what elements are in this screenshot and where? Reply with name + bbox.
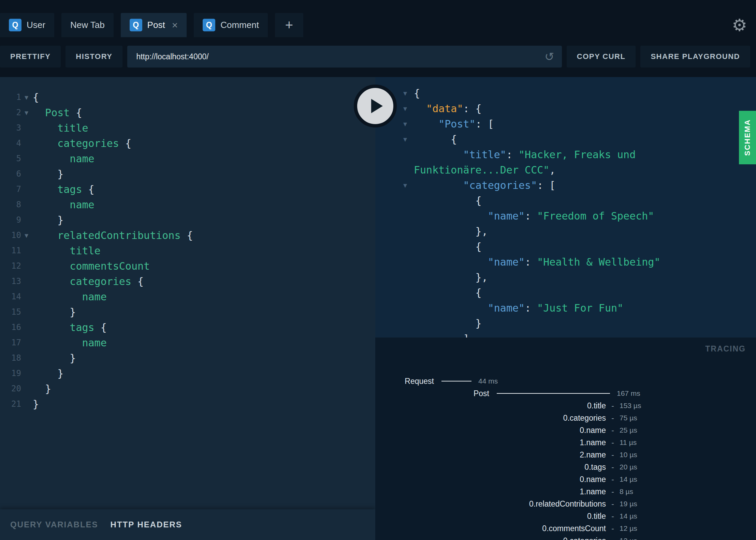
editor-line: 7 tags { [0, 182, 375, 197]
tab-label: Comment [220, 20, 259, 30]
query-editor[interactable]: 1▾{2▾ Post {3 title4 categories {5 name6… [0, 77, 375, 509]
code-text: commentsCount [33, 260, 150, 272]
tracing-row: 0.categories-75 µs [375, 412, 756, 424]
fold-arrow-icon[interactable]: ▾ [25, 105, 28, 120]
editor-line: 8 name [0, 197, 375, 212]
new-tab-button[interactable]: + [275, 13, 303, 37]
schema-tab[interactable]: SCHEMA [739, 111, 756, 164]
response-line: ▾ "categories": [ [375, 178, 756, 193]
response-pane: ▾{▾ "data": {▾ "Post": [▾ { "title": "Ha… [375, 77, 756, 540]
fold-arrow-icon[interactable]: ▾ [403, 178, 407, 193]
tracing-label: 0.categories [563, 414, 606, 423]
tab-label: New Tab [70, 20, 105, 30]
tracing-row: 2.name-10 µs [375, 449, 756, 461]
line-number: 3 [0, 120, 21, 136]
settings-gear-icon[interactable]: ⚙ [732, 13, 747, 37]
line-number: 13 [0, 274, 21, 289]
code-text: tags { [33, 183, 94, 195]
dash-icon: - [606, 463, 620, 472]
tracing-time: 12 µs [620, 524, 657, 532]
tab-user[interactable]: QUser [0, 13, 54, 37]
code-text: title [33, 122, 88, 134]
tab-post[interactable]: QPost× [121, 13, 187, 37]
code-text: } [414, 317, 482, 329]
line-number: 17 [0, 335, 21, 350]
editor-line: 16 tags { [0, 320, 375, 335]
dash-icon: - [606, 450, 620, 460]
tab-new-tab[interactable]: New Tab [61, 13, 114, 37]
tracing-time: 8 µs [620, 487, 657, 496]
code-text: name [33, 153, 94, 165]
code-text: { [414, 87, 420, 99]
line-number: 12 [0, 258, 21, 274]
url-bar: ↺ [127, 46, 562, 68]
query-variables-tab[interactable]: QUERY VARIABLES [10, 520, 98, 529]
fold-arrow-icon[interactable]: ▾ [25, 90, 28, 105]
editor-line: 2▾ Post { [0, 105, 375, 120]
code-text: "categories": [ [414, 179, 555, 191]
code-text: { [33, 91, 39, 103]
tab-label: Post [147, 20, 165, 30]
editor-line: 14 name [0, 289, 375, 304]
code-text: } [33, 168, 63, 180]
code-text: } [33, 214, 63, 226]
editor-line: 15 } [0, 304, 375, 320]
tracing-bar [441, 381, 471, 381]
dash-icon: - [606, 438, 620, 447]
tracing-row: 0.title-153 µs [375, 400, 756, 412]
tracing-time: 12 µs [620, 537, 657, 540]
line-number: 5 [0, 151, 21, 166]
editor-line: 9 } [0, 212, 375, 228]
history-button[interactable]: HISTORY [66, 46, 122, 68]
tracing-label: 0.commentsCount [542, 524, 606, 533]
close-tab-icon[interactable]: × [172, 20, 178, 30]
code-text: "data": { [414, 103, 482, 115]
tracing-time: 10 µs [620, 451, 657, 459]
fold-arrow-icon[interactable]: ▾ [403, 101, 407, 116]
fold-arrow-icon[interactable]: ▾ [403, 132, 407, 147]
url-input[interactable] [127, 46, 562, 68]
code-text: Funktionäre...Der CCC", [414, 164, 555, 176]
editor-line: 6 } [0, 166, 375, 182]
tracing-label: 0.categories [563, 536, 606, 540]
dash-icon: - [606, 512, 620, 521]
tracing-label: 0.name [580, 426, 606, 435]
share-playground-button[interactable]: SHARE PLAYGROUND [640, 46, 750, 68]
editor-line: 18 } [0, 350, 375, 366]
dash-icon: - [606, 426, 620, 435]
http-headers-tab[interactable]: HTTP HEADERS [111, 520, 182, 529]
play-icon [371, 99, 383, 113]
fold-arrow-icon[interactable]: ▾ [25, 228, 28, 243]
dash-icon: - [606, 487, 620, 496]
dash-icon: - [606, 499, 620, 509]
editor-line: 19 } [0, 366, 375, 381]
prettify-button[interactable]: PRETTIFY [0, 46, 61, 68]
code-text: { [414, 241, 482, 253]
code-text: name [33, 199, 94, 211]
tracing-label: 0.tags [584, 463, 606, 472]
reload-icon[interactable]: ↺ [544, 46, 554, 68]
line-number: 18 [0, 350, 21, 366]
editor-line: 5 name [0, 151, 375, 166]
response-line: "name": "Health & Wellbeing" [375, 254, 756, 270]
response-line: "name": "Freedom of Speech" [375, 208, 756, 224]
response-line: }, [375, 270, 756, 285]
tab-bar: QUserNew TabQPost×QComment + [0, 13, 303, 37]
code-text: Post { [33, 107, 82, 119]
response-line: ▾{ [375, 86, 756, 101]
response-line: "name": "Just For Fun" [375, 300, 756, 316]
toolbar: PRETTIFY HISTORY ↺ COPY CURL SHARE PLAYG… [0, 46, 750, 68]
fold-arrow-icon[interactable]: ▾ [403, 116, 407, 132]
tracing-time: 20 µs [620, 463, 657, 471]
tracing-row: 0.categories-12 µs [375, 535, 756, 540]
fold-arrow-icon[interactable]: ▾ [403, 86, 407, 101]
response-line: ▾ "Post": [ [375, 116, 756, 132]
tracing-title: TRACING [705, 344, 746, 354]
tab-comment[interactable]: QComment [194, 13, 268, 37]
main-area: 1▾{2▾ Post {3 title4 categories {5 name6… [0, 77, 756, 540]
dash-icon: - [606, 536, 620, 540]
copy-curl-button[interactable]: COPY CURL [567, 46, 636, 68]
code-text: "name": "Freedom of Speech" [414, 210, 654, 222]
execute-button[interactable] [354, 85, 397, 127]
tracing-rows: Request44 msPost167 ms0.title-153 µs0.ca… [375, 375, 756, 540]
